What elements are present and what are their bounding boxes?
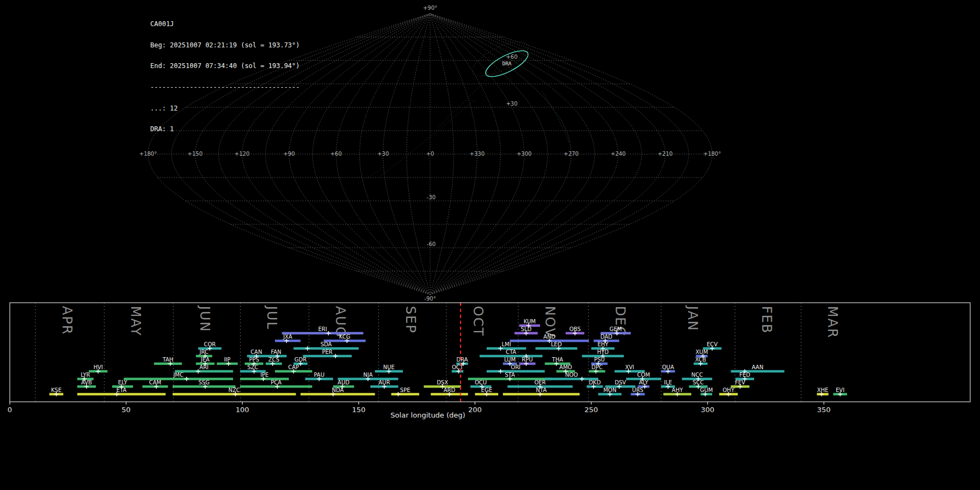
shower-code-label: AMO [559, 364, 572, 370]
shower-code-label: DKD [589, 379, 601, 385]
x-tick-label: 350 [817, 406, 831, 414]
shower-code-label: FAN [271, 349, 281, 355]
dra-radiant-label: DRA [502, 60, 511, 66]
shower-code-label: XCB [695, 357, 706, 363]
month-label-jan: JAN [685, 305, 700, 332]
shower-zcs: ZCS [266, 357, 282, 366]
shower-iip: IIP [217, 357, 238, 366]
shower-code-label: SCC [693, 379, 703, 385]
station-id: CA001J [150, 21, 300, 28]
shower-code-label: DRA [456, 357, 468, 363]
svg-text:+30: +30 [377, 151, 389, 157]
shower-spe: SPE [391, 387, 419, 397]
x-tick-label: 100 [236, 406, 249, 414]
shower-gum: GUM [700, 387, 713, 397]
shower-code-label: NIA [363, 372, 372, 378]
shower-code-label: ERI [318, 326, 327, 332]
shower-ari: ARI [175, 364, 233, 374]
x-tick-label: 200 [468, 406, 482, 414]
shower-code-label: STA [505, 372, 515, 378]
shower-code-label: LUM [504, 357, 516, 363]
shower-code-label: GDR [295, 357, 307, 363]
shower-ipe: IPE [240, 372, 289, 382]
shower-kse: KSE [50, 387, 64, 397]
shower-code-label: DSX [437, 379, 448, 385]
shower-code-label: OHY [722, 387, 734, 393]
shower-eta: ETA [77, 387, 166, 397]
shower-code-label: RPU [522, 357, 532, 363]
shower-code-label: NZC [229, 387, 240, 393]
svg-text:+0: +0 [426, 151, 434, 157]
x-tick-label: 250 [585, 406, 598, 414]
shower-code-label: OBS [569, 326, 581, 332]
svg-text:+270: +270 [564, 151, 578, 157]
shower-code-label: GEM [610, 326, 622, 332]
shower-code-label: AHY [672, 387, 683, 393]
shower-code-label: URS [632, 387, 644, 393]
shower-code-label: COM [637, 372, 650, 378]
shower-code-label: AAN [752, 364, 763, 370]
svg-text:+90°: +90° [423, 5, 437, 11]
shower-code-label: DSV [615, 379, 626, 385]
shower-code-label: ECV [707, 341, 718, 347]
shower-jxa: JXA [275, 334, 301, 344]
session-begin: Beg: 20251007 02:21:19 (sol = 193.73°) [150, 42, 300, 49]
shower-code-label: ETA [117, 387, 127, 393]
shower-aan: AAN [731, 364, 784, 374]
shower-hvi: HVI [89, 364, 107, 374]
shower-ahy: AHY [663, 387, 691, 397]
shower-code-label: EHY [597, 341, 609, 347]
shower-code-label: ARD [444, 387, 456, 393]
shower-code-label: ZCS [268, 357, 279, 363]
shower-jmc: JMC [124, 372, 233, 382]
shower-code-label: CAP [288, 364, 299, 370]
shower-code-label: TAH [162, 357, 174, 363]
shower-oct: OCT [452, 364, 464, 374]
shower-code-label: SSG [198, 379, 209, 385]
shower-avb: AVB [77, 379, 96, 389]
svg-text:+300: +300 [517, 151, 531, 157]
shower-code-label: SPE [400, 387, 411, 393]
shower-code-label: JEA [200, 357, 210, 363]
month-label-sep: SEP [403, 306, 418, 334]
shower-xcb: XCB [694, 357, 708, 366]
shower-code-label: ELY [118, 379, 128, 385]
shower-code-label: OCT [452, 364, 464, 370]
x-axis-title: Solar longitude (deg) [390, 411, 465, 419]
month-label-apr: APR [59, 306, 75, 335]
shower-code-label: PAU [314, 372, 324, 378]
shower-code-label: ALY [639, 379, 648, 385]
shower-ssg: SSG [173, 379, 235, 389]
svg-text:-90°: -90° [424, 296, 436, 302]
equator-longitude-labels: +180°+150+120+90+60+30+0+330+300+270+240… [139, 151, 721, 157]
shower-nue: NUE [375, 364, 403, 374]
shower-rpu: RPU [519, 357, 536, 366]
shower-mon: MON [598, 387, 622, 397]
shower-code-label: GUM [700, 387, 713, 393]
svg-text:+60: +60 [330, 151, 342, 157]
svg-text:+60: +60 [506, 54, 517, 60]
shower-obs: OBS [566, 326, 584, 336]
month-label-may: MAY [128, 306, 143, 336]
shower-code-label: PPS [249, 357, 259, 363]
svg-text:+330: +330 [470, 151, 485, 157]
shower-code-label: IPE [260, 372, 268, 378]
radiant-aux-ellipse [468, 35, 533, 83]
shower-code-label: FEV [735, 379, 745, 385]
shower-code-label: ARI [199, 364, 209, 370]
shower-pau: PAU [305, 372, 333, 382]
shower-xhe: XHE [817, 387, 828, 397]
shower-code-label: KCG [339, 334, 351, 340]
shower-code-label: PCA [271, 379, 281, 385]
shower-aur: AUR [370, 379, 398, 389]
shower-code-label: XUM [695, 349, 708, 355]
shower-cam: CAM [143, 379, 168, 389]
shower-code-label: DAD [601, 334, 612, 340]
session-end: End: 20251007 07:34:40 (sol = 193.94°) [150, 63, 300, 70]
meteor-radiant-report: DRA+180°+150+120+90+60+30+0+330+300+270+… [0, 0, 980, 490]
shower-ori: ORI [487, 364, 545, 374]
shower-code-label: JXA [283, 334, 292, 340]
shower-code-label: THA [552, 357, 564, 363]
svg-text:+180°: +180° [139, 151, 157, 157]
shower-code-label: KSE [51, 387, 62, 393]
